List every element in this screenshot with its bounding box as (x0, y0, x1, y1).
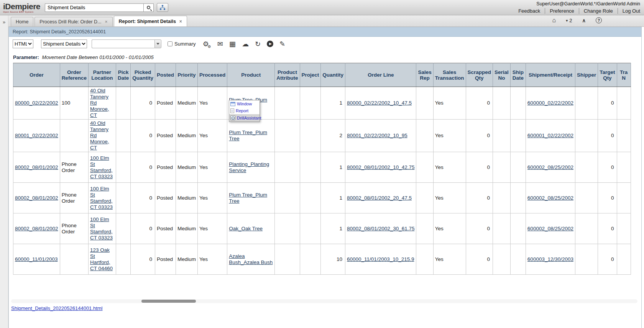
order_line-link[interactable]: 80002_08/01/2002_10_42.75 (347, 164, 414, 170)
cell-ship_date (510, 87, 526, 120)
column-header-order_line: Order Line (345, 63, 416, 87)
cell-partner_location: 100 Elm St Stamford, CT 03323 (88, 183, 116, 213)
report-view-select[interactable]: Shipment Details (41, 39, 87, 48)
cell-pick_date (116, 87, 130, 120)
help-icon[interactable]: ? (596, 17, 602, 23)
product-link[interactable]: Plum Tree_Plum Tree (229, 192, 267, 204)
partner_location-link[interactable]: 100 Elm St Stamford, CT 03323 (90, 216, 113, 241)
hscrollbar-thumb[interactable] (141, 300, 196, 303)
parameter-value: Movement Date Between 01/01/2000 - 01/01… (42, 54, 154, 60)
cell-picked_quantity: 0 (131, 120, 155, 152)
cell-tracking (617, 183, 631, 213)
header-link-feedback[interactable]: Feedback (514, 8, 545, 14)
tab-bar: HomeProcess Drill Rule: Order D...×Repor… (8, 15, 644, 27)
tab-home[interactable]: Home (11, 17, 33, 26)
sidebar-expander-icon[interactable]: » (0, 19, 8, 25)
cell-project (300, 120, 321, 152)
tabbar-icons: ⌂ ▾ 2 ∧ ? (552, 17, 602, 23)
filter-combobox-input[interactable] (92, 39, 154, 48)
menu-tree-button[interactable] (157, 3, 168, 12)
cell-shipment_receipt: 600001_02/22/2002 (526, 120, 575, 152)
column-header-sales_transaction: Sales Transaction (433, 63, 466, 87)
cell-tracking (617, 152, 631, 183)
window-list-dropdown[interactable]: ▾ 2 (566, 18, 572, 23)
header-link-log-out[interactable]: Log Out (618, 8, 640, 14)
column-header-quantity: Quantity (321, 63, 345, 87)
order-link[interactable]: 80002_08/01/2002 (15, 195, 58, 201)
process-icon[interactable]: ⚙⚙ (203, 41, 209, 48)
column-header-product_attribute: Product Attribute (275, 63, 300, 87)
order_line-link[interactable]: 60000_11/01/2003_10_215.9 (347, 256, 414, 262)
home-icon[interactable]: ⌂ (552, 17, 556, 23)
tab-report-shipment-details[interactable]: Report: Shipment Details× (114, 16, 187, 26)
cell-order: 60000_11/01/2003 (13, 244, 60, 275)
shipment_receipt-link[interactable]: 600003_12/30/2003 (527, 256, 573, 262)
cell-order_line: 80002_08/01/2002_20_47.5 (345, 183, 416, 213)
order-link[interactable]: 80000_02/22/2002 (15, 100, 58, 106)
partner_location-link[interactable]: 100 Elm St Stamford, CT 03323 (90, 155, 113, 179)
cell-sales_rep (416, 120, 433, 152)
summary-checkbox[interactable] (168, 41, 172, 46)
tab-close-icon[interactable]: × (179, 19, 182, 24)
order-link[interactable]: 80002_08/01/2002 (15, 164, 58, 170)
order_line-link[interactable]: 80002_08/01/2002_30_61.75 (347, 226, 414, 231)
global-search-input[interactable] (45, 3, 144, 12)
product-link[interactable]: Plum Tree_Plum Tree (229, 130, 267, 141)
column-header-tracking: Tra N (617, 63, 631, 87)
partner_location-link[interactable]: 100 Elm St Stamford, CT 03323 (90, 186, 113, 210)
context-menu-item-window[interactable]: Window (229, 100, 260, 107)
shipment_receipt-link[interactable]: 600000_02/22/2002 (527, 100, 573, 106)
order-link[interactable]: 60000_11/01/2003 (15, 256, 58, 262)
order_line-link[interactable]: 80000_02/22/2002_10_47.5 (347, 100, 412, 106)
shipment_receipt-link[interactable]: 600001_02/22/2002 (527, 133, 573, 138)
cell-quantity: 1 (321, 213, 345, 244)
format-select[interactable]: HTML (13, 39, 33, 48)
cell-product: Plum Tree_Plum Tree (227, 183, 275, 213)
table-row: 60000_11/01/2003123 Oak St Hartford, CT … (13, 244, 631, 275)
cell-priority: Medium (176, 120, 197, 152)
shipment_receipt-link[interactable]: 600002_08/25/2002 (527, 226, 573, 231)
collapse-header-icon[interactable]: ∧ (582, 18, 586, 23)
partner_location-link[interactable]: 40 Old Tannery Rd Monroe, CT (90, 88, 109, 118)
product-link[interactable]: Planting_Planting Service (229, 161, 269, 173)
run-icon[interactable]: ▶ (267, 41, 273, 47)
window-count: 2 (569, 18, 572, 23)
shipment_receipt-link[interactable]: 600002_08/25/2002 (527, 195, 573, 201)
product-link[interactable]: Oak_Oak Tree (229, 226, 263, 231)
horizontal-scrollbar[interactable] (11, 299, 637, 303)
shipment_receipt-link[interactable]: 600002_08/25/2002 (527, 164, 573, 170)
export-cloud-icon[interactable]: ☁ (242, 41, 249, 48)
context-menu-item-drill-assistant[interactable]: DrillAssistant (229, 114, 260, 121)
refresh-icon[interactable]: ↻ (255, 41, 261, 48)
cell-product: Oak_Oak Tree (227, 213, 275, 244)
logo-text: iDempiere (3, 2, 40, 10)
order-link[interactable]: 80002_08/01/2002 (15, 226, 58, 231)
cell-picked_quantity: 0 (131, 183, 155, 213)
context-menu-item-report[interactable]: Report (229, 107, 260, 114)
tab-process-drill-rule[interactable]: Process Drill Rule: Order D...× (34, 17, 112, 26)
cell-product: Azalea Bush_Azalea Bush (227, 244, 275, 275)
column-header-shipper: Shipper (575, 63, 598, 87)
combo-dropdown-button[interactable] (154, 39, 161, 48)
report-file-link[interactable]: Shipment_Details_20220526144001.html (11, 305, 103, 311)
column-header-sales_rep: Sales Rep (416, 63, 433, 87)
cell-ship_date (510, 213, 526, 244)
search-button[interactable] (144, 3, 154, 12)
header-link-change-role[interactable]: Change Role (579, 8, 618, 14)
order-link[interactable]: 80001_02/22/2002 (15, 133, 58, 138)
send-mail-icon[interactable]: ✉ (217, 41, 223, 48)
header-link-preference[interactable]: Preference (545, 8, 579, 14)
order_line-link[interactable]: 80002_08/01/2002_20_47.5 (347, 195, 412, 201)
partner_location-link[interactable]: 40 Old Tannery Rd Monroe, CT (90, 120, 109, 151)
partner_location-link[interactable]: 123 Oak St Hartford, CT 04460 (90, 247, 113, 271)
tab-close-icon[interactable]: × (105, 20, 108, 24)
cell-sales_transaction: Yes (433, 120, 466, 152)
cell-priority: Medium (176, 87, 197, 120)
customize-icon[interactable]: ✎ (279, 41, 285, 48)
cell-serial_no (493, 152, 511, 183)
cell-partner_location: 40 Old Tannery Rd Monroe, CT (88, 87, 116, 120)
product-link[interactable]: Azalea Bush_Azalea Bush (229, 253, 273, 265)
archive-icon[interactable]: ▦ (229, 41, 236, 48)
order_line-link[interactable]: 80001_02/22/2002_10_95 (347, 133, 407, 138)
parameter-label: Parameter: (13, 54, 39, 60)
